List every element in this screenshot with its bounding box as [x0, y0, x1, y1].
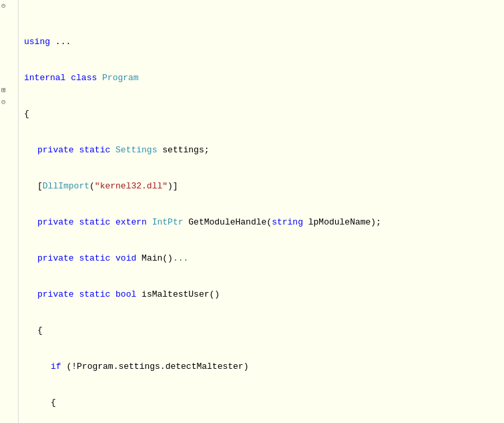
line-4: private static Settings settings; — [21, 144, 501, 156]
line-8: private static bool isMaltestUser() — [21, 289, 501, 301]
code-content: using ... internal class Program { priva… — [19, 0, 504, 423]
code-editor: ⊝ ⊞ ⊝ using ... internal class Program {… — [0, 0, 504, 423]
collapse-icon-using[interactable]: ⊝ — [1, 0, 6, 12]
line-1: using ... — [21, 36, 501, 48]
line-9: { — [21, 325, 501, 337]
line-6: private static extern IntPtr GetModuleHa… — [21, 217, 501, 229]
collapse-icon-method[interactable]: ⊝ — [1, 96, 6, 108]
line-11: { — [21, 397, 501, 409]
line-3: { — [21, 108, 501, 120]
line-7: private static void Main()... — [21, 253, 501, 265]
gutter: ⊝ ⊞ ⊝ — [0, 0, 19, 423]
line-2: internal class Program — [21, 72, 501, 84]
line-10: if (!Program.settings.detectMaltester) — [21, 361, 501, 373]
expand-icon-main[interactable]: ⊞ — [1, 84, 6, 96]
line-5: [DllImport("kernel32.dll")] — [21, 180, 501, 192]
